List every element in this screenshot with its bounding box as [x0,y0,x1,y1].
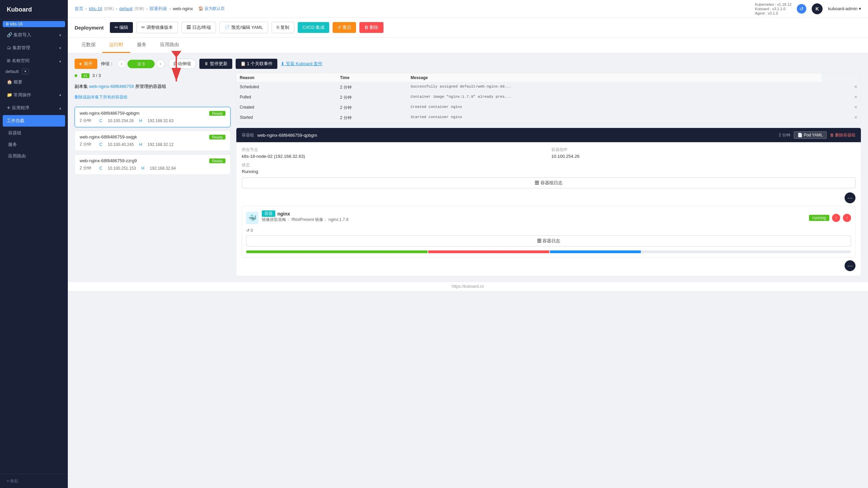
pod-card-3[interactable]: web-nginx-68f8486759-zzrg9 Ready 2 分钟 C … [75,154,231,175]
node-value: k8s-18-node-02 (192.168.32.63) [242,154,546,159]
more-actions-button[interactable]: ⋯ [845,192,855,203]
sidebar: Kuboard ⚙ k8s-18 🔗 集群导入 ▾ 🗂 集群管理 ▾ ⊞ 名称空… [0,0,68,488]
auto-scale-button[interactable]: 自动伸缩 [168,59,196,69]
chevron-down-icon: ▾ [59,93,61,97]
delete-pod-button[interactable]: 🗑 删除容器组 [830,132,855,138]
close-event-2[interactable]: ✕ [854,105,857,110]
gear-icon: ⚙ [5,22,9,26]
cg-node-info: 所在节点 k8s-18-node-02 (192.168.32.63) [242,147,546,159]
sidebar-item-workload[interactable]: 工作负载 [3,115,65,127]
chevron-up-icon: ▴ [59,59,61,63]
pod-details-3: 2 分钟 C 10.100.251.153 H 192.168.32.64 [80,165,225,171]
tab-runtime[interactable]: 运行时 [102,38,130,53]
pause-update-button[interactable]: ⏸ 暂停更新 [199,59,232,69]
rs-count: 3 / 3 [92,73,101,78]
pod-card-1[interactable]: web-nginx-68f8486759-qpbgm Ready 2 分钟 C … [75,107,231,127]
adjust-image-button[interactable]: ✏ 调整镜像版本 [136,22,178,33]
sidebar-item-overview[interactable]: 🏠 概要 [0,76,68,89]
table-row: Started 2 分钟 Started container nginx ✕ [236,113,861,123]
topnav-right: Kubernetes : v1.18.12 Kuboard : v3.1.1.0… [755,2,861,15]
version-info: Kubernetes : v1.18.12 Kuboard : v3.1.1.0… [755,2,792,15]
chevron-down-icon: ▾ [79,61,82,67]
logs-terminal-button[interactable]: ☰ 日志/终端 [181,22,216,33]
breadcrumb-cluster[interactable]: k8s-18 [89,6,102,11]
breadcrumb-set-default[interactable]: 🏠 设为默认页 [198,6,225,12]
tab-metadata[interactable]: 元数据 [75,38,102,53]
delete-pods-link[interactable]: 删除该副本集下所有的容器组 [75,94,231,100]
edit-button[interactable]: ✏ 编辑 [110,22,133,33]
restart-button[interactable]: ↺ 重启 [333,22,356,33]
scale-decrease-button[interactable]: ‹ [117,59,126,68]
col-time: Time [337,73,407,82]
user-menu[interactable]: kuboard-admin ▾ [828,6,861,11]
chevron-down-icon: ▾ [859,6,861,11]
pod-card-2[interactable]: web-nginx-68f8486759-swjgk Ready 2 分钟 C … [75,131,231,151]
cicd-button[interactable]: CI/CD 集成 [298,22,329,33]
pod-logs-button[interactable]: ☰ 容器组日志 [242,177,855,188]
breadcrumb-namespace-tag[interactable]: [切换] [135,6,144,11]
scale-label: 伸缩： [101,61,114,67]
col-message: Message [407,73,822,82]
container-logs-button[interactable]: ☰ 容器日志 [246,236,851,246]
pod-status-2: Ready [209,135,225,139]
scale-increase-button[interactable]: › [156,59,165,68]
cg-body: 所在节点 k8s-18-node-02 (192.168.32.63) 容器组I… [236,142,861,276]
cg-pod-name: web-nginx-68f8486759-qpbgm [257,133,775,138]
cg-ip-info: 容器组IP 10.100.254.26 [551,147,855,159]
sidebar-item-routes[interactable]: 应用路由 [0,150,68,162]
container-image-info: 镜像抓取策略： IfNotPresent 镜像： nginx:1.7.9 [262,217,348,223]
pod-details-2: 2 分钟 C 10.100.40.245 H 192.168.32.12 [80,142,225,147]
more-container-button[interactable]: ⋯ [845,260,855,271]
install-button[interactable]: ⬇ 安装 Kuboard 套件 [281,61,322,67]
cluster-badge[interactable]: ⚙ k8s-18 [3,21,65,27]
breadcrumb-namespace[interactable]: default [119,6,133,11]
events-table-wrap: Reason Time Message Scheduled 2 分钟 Succe… [236,73,861,124]
breadcrumb-home[interactable]: 首页 [75,6,83,12]
tab-routes[interactable]: 应用路由 [153,38,186,53]
docker-icon: 🐳 [246,212,258,224]
dot-green [75,73,79,78]
svg-text:🐳: 🐳 [248,214,257,222]
topnav: 首页 › k8s-18 [切换] › default [切换] › 部署列表 ›… [68,0,868,18]
close-event-0[interactable]: ✕ [854,85,857,89]
tab-service[interactable]: 服务 [130,38,153,53]
namespace-default[interactable]: default ▾ [0,67,68,76]
container-action-1[interactable]: ! [832,214,840,222]
more-actions-row: ⋯ [242,192,855,203]
container-group-panel: 容器组 web-nginx-68f8486759-qpbgm 2 分钟 📄 Po… [236,128,861,276]
replicaset-header: #1 3 / 3 [75,73,231,78]
breadcrumb-cluster-tag[interactable]: [切换] [104,6,114,11]
sidebar-item-cluster-import[interactable]: 🔗 集群导入 ▾ [0,29,68,41]
container-action-2[interactable]: ! [843,214,851,222]
delete-button[interactable]: 🗑 删除 [359,22,383,33]
left-column: #1 3 / 3 副本集 web-nginx-68f8486759 所管理的容器… [75,73,231,276]
col-reason: Reason [236,73,337,82]
close-event-1[interactable]: ✕ [854,95,857,99]
pod-yaml-button[interactable]: 📄 Pod YAML [794,131,827,139]
scale-progress-bar: 3/ 3 [127,60,155,68]
expand-button[interactable]: ▾ 展开 [75,59,97,69]
sidebar-item-services[interactable]: 服务 [0,139,68,150]
refresh-button[interactable]: ↺ [797,4,806,14]
pod-name-3: web-nginx-68f8486759-zzrg9 [80,158,137,163]
close-event-3[interactable]: ✕ [854,115,857,120]
running-badge: running [809,215,829,221]
sidebar-collapse-btn[interactable]: « 收起 [0,474,68,488]
sidebar-item-common-ops[interactable]: 📁 常用操作 ▾ [0,89,68,101]
container-name: nginx [277,211,348,217]
sidebar-item-pods[interactable]: 容器组 [0,127,68,139]
sidebar-item-apps[interactable]: ✈ 应用程序 ▴ [0,101,68,114]
ip-value: 10.100.254.26 [551,154,855,159]
sidebar-item-namespace[interactable]: ⊞ 名称空间 ▴ [0,54,68,67]
event-button[interactable]: 📋 1 个关联事件 [236,59,277,69]
breadcrumb-deployments[interactable]: 部署列表 [150,6,167,12]
copy-button[interactable]: ⎘ 复制 [272,22,295,33]
preview-yaml-button[interactable]: 📄 预览/编辑 YAML [219,22,268,33]
chevron-down-icon: ▾ [59,46,61,50]
pod-name-1: web-nginx-68f8486759-qpbgm [80,111,139,116]
replicaset-link[interactable]: web-nginx-68f8486759 [89,84,134,89]
table-row: Pulled 2 分钟 Container image "nginx:1.7.9… [236,93,861,103]
events-table: Reason Time Message Scheduled 2 分钟 Succe… [236,73,861,123]
sidebar-item-cluster-mgmt[interactable]: 🗂 集群管理 ▾ [0,41,68,54]
status-bar: https://kuboard.cn [68,282,868,291]
